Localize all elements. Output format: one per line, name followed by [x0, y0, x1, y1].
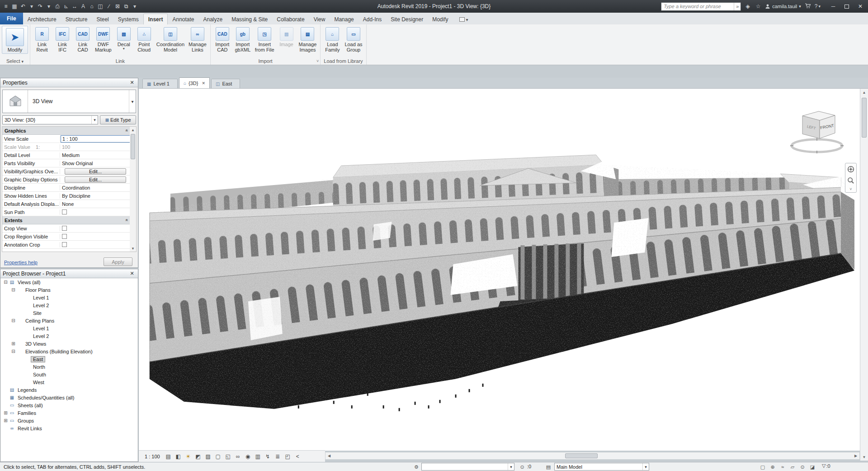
collapse-section-icon[interactable]: « [125, 219, 130, 222]
default-3d-view-icon[interactable]: ⌂ [88, 2, 96, 11]
point-cloud-button[interactable]: ∴ Point Cloud [134, 26, 154, 54]
tab-annotate[interactable]: Annotate [168, 14, 198, 24]
tree-toggle-icon[interactable]: ⊟ [10, 318, 16, 323]
collapse-section-icon[interactable]: « [125, 129, 130, 132]
property-row[interactable]: Crop View [2, 224, 131, 233]
image-button[interactable]: ▧ Image [277, 26, 297, 48]
tree-site[interactable]: Site [1, 309, 137, 317]
detail-level-icon[interactable]: ▤ [164, 452, 173, 461]
tab-steel[interactable]: Steel [92, 14, 113, 24]
tree-toggle-icon[interactable]: ⊞ [3, 410, 9, 415]
checkbox[interactable] [62, 209, 67, 214]
manage-links-button[interactable]: ∞ Manage Links [187, 26, 208, 54]
aligned-dimension-icon[interactable]: ↔ [71, 2, 79, 11]
tree-floor-level-2[interactable]: Level 2 [1, 301, 137, 309]
link-revit-button[interactable]: R Link Revit [32, 26, 52, 54]
tab-insert[interactable]: Insert [143, 14, 168, 24]
tree-ceiling-level-1[interactable]: Level 1 [1, 324, 137, 332]
show-crop-region-icon[interactable]: ◱ [223, 452, 233, 461]
load-family-button[interactable]: ⌂ Load Family [322, 26, 342, 54]
drawing-area[interactable]: LEFT FRONT ˅ [139, 89, 860, 451]
tab-analyze[interactable]: Analyze [199, 14, 227, 24]
tab-manage[interactable]: Manage [330, 14, 358, 24]
property-row[interactable]: Detail Level Medium [2, 151, 131, 159]
load-as-group-button[interactable]: ▭ Load as Group [343, 26, 364, 54]
temporary-hide-isolate-icon[interactable]: ∞ [233, 452, 243, 461]
save-icon[interactable]: ▦ [10, 2, 19, 11]
select-by-face-icon[interactable]: ◪ [808, 463, 816, 471]
tree-floor-plans[interactable]: ⊟ Floor Plans [1, 286, 137, 294]
rendering-dialog-icon[interactable]: ▨ [203, 452, 213, 461]
scroll-thumb[interactable] [565, 453, 598, 458]
property-row[interactable]: Crop Region Visible [2, 233, 131, 241]
tab-view[interactable]: View [309, 14, 330, 24]
tree-families[interactable]: ⊞ ▭ Families [1, 409, 137, 417]
help-menu[interactable]: ? ▾ [815, 3, 821, 10]
view-scale-button[interactable]: 1 : 100 [142, 454, 163, 459]
tree-schedules[interactable]: ▦ Schedules/Quantities (all) [1, 394, 137, 401]
design-option-combo[interactable]: Main Model ▾ [554, 463, 649, 471]
scroll-down-icon[interactable]: ▼ [130, 245, 136, 252]
design-options-icon[interactable]: ▤ [544, 463, 552, 471]
close-hidden-windows-icon[interactable]: ⊠ [113, 2, 122, 11]
scroll-thumb[interactable] [862, 98, 867, 138]
undo-icon[interactable]: ↶ [19, 2, 27, 11]
communication-center-icon[interactable]: ◈ [744, 3, 751, 10]
viewcube[interactable]: LEFT FRONT [784, 105, 852, 156]
property-row[interactable] [2, 249, 131, 251]
view-selector-combo[interactable]: 3D View: {3D} ▾ [2, 115, 98, 124]
zoom-button[interactable] [846, 176, 856, 186]
maximize-button[interactable] [840, 0, 854, 13]
undo-dropdown-icon[interactable]: ▾ [28, 2, 36, 11]
edit-type-button[interactable]: ▦ Edit Type [100, 115, 136, 124]
tree-ceiling-level-2[interactable]: Level 2 [1, 332, 137, 340]
select-panel-label[interactable]: Select ▾ [0, 58, 30, 65]
tab-file[interactable]: File [0, 13, 23, 24]
view-tab-east[interactable]: ◫ East [211, 79, 240, 88]
sun-path-icon[interactable]: ☀ [184, 452, 193, 461]
tree-legends[interactable]: ▤ Legends [1, 386, 137, 394]
insert-from-file-button[interactable]: ◳ Insert from File [253, 26, 276, 54]
section-icon[interactable]: ◫ [96, 2, 104, 11]
link-cad-button[interactable]: CAD Link CAD [73, 26, 93, 54]
view-tab-3d[interactable]: ⌂ {3D} ✕ [179, 77, 210, 88]
visual-style-icon[interactable]: ◧ [174, 452, 183, 461]
switch-windows-icon[interactable]: ⧉ [122, 2, 130, 11]
background-processes-icon[interactable]: ≈ [778, 463, 787, 471]
reveal-hidden-elements-icon[interactable]: ◉ [243, 452, 253, 461]
scroll-down-icon[interactable]: ▼ [860, 453, 868, 461]
crop-view-icon[interactable]: ▢ [213, 452, 223, 461]
properties-help-link[interactable]: Properties help [4, 260, 38, 265]
thin-lines-icon[interactable]: ∕ [105, 2, 113, 11]
checkbox[interactable] [62, 226, 67, 231]
tree-toggle-icon[interactable]: ⊟ [3, 280, 9, 285]
dwf-markup-button[interactable]: DWF DWF Markup [93, 26, 113, 54]
tab-modify[interactable]: Modify [428, 14, 453, 24]
properties-scrollbar[interactable]: ▲ ▼ [130, 126, 137, 252]
type-selector[interactable]: 3D View ▾ [2, 90, 136, 113]
text-icon[interactable]: A [79, 2, 87, 11]
horizontal-scrollbar[interactable]: ◀ ▶ [325, 452, 860, 460]
scroll-thumb[interactable] [131, 134, 135, 159]
worksets-icon[interactable]: ⚙ [412, 463, 420, 471]
property-row[interactable]: Graphic Display Options Edit... [2, 176, 131, 184]
tab-collaborate[interactable]: Collaborate [272, 14, 309, 24]
scroll-up-icon[interactable]: ▲ [860, 89, 868, 96]
select-pinned-icon[interactable]: ⊙ [798, 463, 807, 471]
checkbox[interactable] [62, 242, 67, 247]
property-row[interactable]: Default Analysis Displa... None [2, 200, 131, 208]
property-row[interactable]: Sun Path [2, 208, 131, 216]
temporary-view-properties-icon[interactable]: ▥ [253, 452, 263, 461]
panel-expander-icon[interactable]: ˅ [316, 58, 319, 65]
tree-south[interactable]: South [1, 371, 137, 378]
tree-toggle-icon[interactable]: ⊟ [10, 349, 16, 354]
redo-icon[interactable]: ↷ [36, 2, 44, 11]
import-gbxml-button[interactable]: gb Import gbXML [233, 26, 253, 54]
import-cad-button[interactable]: CAD Import CAD [212, 26, 232, 54]
section-header-graphics[interactable]: Graphics « [2, 127, 131, 135]
property-row[interactable]: Show Hidden Lines By Discipline [2, 192, 131, 200]
tab-architecture[interactable]: Architecture [23, 14, 61, 24]
show-analytical-model-icon[interactable]: ↯ [263, 452, 273, 461]
press-drag-icon[interactable]: ⊕ [769, 463, 777, 471]
tree-toggle-icon[interactable]: ⊟ [10, 287, 16, 292]
